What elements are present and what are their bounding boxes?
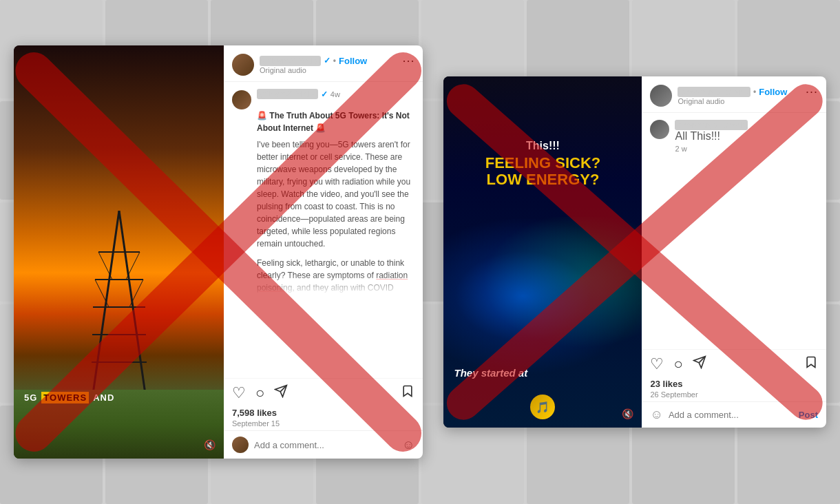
right-comment-text: All This!!! xyxy=(675,130,748,143)
left-post-body2: Feeling sick, lethargic, or unable to th… xyxy=(257,257,414,295)
right-post-stats: 23 likes 26 September xyxy=(642,379,826,401)
fs-low-energy: LOW ENERGY? xyxy=(485,171,600,188)
right-bookmark-button[interactable] xyxy=(804,355,818,373)
fs-bottom-text: They started at xyxy=(454,367,527,379)
right-comment-section: aswrqcrgaaawrls All This!!! 2 w xyxy=(642,113,826,160)
left-emoji-icon[interactable]: ☺ xyxy=(402,438,414,452)
right-emoji-icon[interactable]: ☺ xyxy=(650,408,662,422)
left-comment-row: rgfbsrcOfficial ✓ 4w xyxy=(224,82,423,109)
fs-title-block: This!!! FEELING SICK? LOW ENERGY? xyxy=(485,140,600,188)
right-post-details: aswrqcrgaaawrls • Follow Original audio … xyxy=(642,76,826,428)
fs-this-text: This!!! xyxy=(485,140,600,152)
left-likes-count: 7,598 likes xyxy=(232,408,414,418)
right-mute-icon[interactable]: 🔇 xyxy=(622,408,633,419)
left-post-title: 🚨 The Truth About 5G Towers: It's Not Ab… xyxy=(257,109,414,134)
left-post-header-info: rgfbsrcOfficial ✓ • Follow Original audi… xyxy=(260,56,397,74)
right-video-panel: This!!! FEELING SICK? LOW ENERGY? They s… xyxy=(443,76,642,428)
left-comment-input[interactable] xyxy=(254,440,397,450)
svg-line-7 xyxy=(98,252,112,280)
left-post-body1: I've been telling you—5G towers aren't f… xyxy=(257,138,414,250)
right-post-header: aswrqcrgaaawrls • Follow Original audio … xyxy=(642,76,826,113)
right-comment-content: aswrqcrgaaawrls All This!!! 2 w xyxy=(675,120,748,153)
right-post-avatar xyxy=(650,85,672,107)
svg-line-8 xyxy=(126,252,140,280)
caption-text-and: AND xyxy=(93,392,114,403)
right-post-username: aswrqcrgaaawrls xyxy=(678,87,750,97)
right-comment-avatar xyxy=(650,120,669,139)
fs-channel-avatar: 🎵 xyxy=(530,395,555,419)
video-caption: 5G TOWERS AND xyxy=(24,392,114,403)
right-likes-count: 23 likes xyxy=(650,379,818,389)
main-content: 5G TOWERS AND 🔇 rgfbsrcOfficial ✓ • Foll… xyxy=(0,0,840,504)
left-post-username: rgfbsrcOfficial xyxy=(260,56,321,66)
right-post-more-button[interactable]: ··· xyxy=(806,85,818,99)
right-add-comment-row: ☺ Post xyxy=(642,401,826,428)
left-post-date: September 15 xyxy=(232,419,414,428)
tower-svg xyxy=(78,211,160,403)
left-post-subtext: Original audio xyxy=(260,66,397,74)
left-post-details: rgfbsrcOfficial ✓ • Follow Original audi… xyxy=(224,45,423,459)
left-post-follow-button[interactable]: Follow xyxy=(339,56,367,66)
caption-text-5g: 5G xyxy=(24,392,37,403)
fs-map-overlay xyxy=(443,217,642,375)
left-post-more-button[interactable]: ··· xyxy=(402,54,414,68)
right-comment-input[interactable] xyxy=(669,410,793,420)
left-post-stats: 7,598 likes September 15 xyxy=(224,408,423,430)
right-dot: • xyxy=(753,87,756,96)
right-comment-time: 2 w xyxy=(675,145,748,153)
left-comment-username: rgfbsrcOfficial xyxy=(257,89,318,99)
left-commenter-avatar xyxy=(232,437,249,453)
left-post-verified-icon: ✓ xyxy=(324,56,330,65)
left-post-dot: • xyxy=(333,56,336,65)
left-comment-verified: ✓ xyxy=(321,90,328,99)
left-comment-avatar xyxy=(232,90,251,109)
right-post-button[interactable]: Post xyxy=(799,410,818,420)
right-post-subtext: Original audio xyxy=(678,97,800,105)
left-add-comment-row: ☺ xyxy=(224,430,423,459)
caption-highlight-towers: TOWERS xyxy=(41,392,89,403)
right-post-date: 26 September xyxy=(650,390,818,399)
left-post-avatar xyxy=(232,54,254,76)
mute-icon[interactable]: 🔇 xyxy=(204,439,216,450)
left-like-button[interactable]: ♡ xyxy=(232,384,246,402)
left-bookmark-button[interactable] xyxy=(401,384,414,402)
fs-feeling-sick: FEELING SICK? xyxy=(485,155,600,171)
right-like-button[interactable]: ♡ xyxy=(650,355,664,373)
left-comment-button[interactable]: ○ xyxy=(255,384,264,402)
right-action-bar: ♡ ○ xyxy=(642,349,826,379)
right-share-button[interactable] xyxy=(693,355,706,373)
left-comment-time: 4w xyxy=(330,90,340,98)
left-post-header: rgfbsrcOfficial ✓ • Follow Original audi… xyxy=(224,45,423,82)
right-post-header-info: aswrqcrgaaawrls • Follow Original audio xyxy=(678,87,800,105)
right-post-follow-button[interactable]: Follow xyxy=(759,87,787,97)
left-action-bar: ♡ ○ xyxy=(224,378,423,408)
left-share-button[interactable] xyxy=(274,384,288,402)
left-video-panel: 5G TOWERS AND 🔇 xyxy=(14,45,224,459)
right-comment-button[interactable]: ○ xyxy=(673,355,682,373)
right-post-card: This!!! FEELING SICK? LOW ENERGY? They s… xyxy=(443,76,826,428)
left-post-card: 5G TOWERS AND 🔇 rgfbsrcOfficial ✓ • Foll… xyxy=(14,45,423,459)
left-post-text: 🚨 The Truth About 5G Towers: It's Not Ab… xyxy=(224,109,423,295)
right-comment-username: aswrqcrgaaawrls xyxy=(675,120,748,130)
left-comment-content: rgfbsrcOfficial ✓ 4w xyxy=(257,89,414,99)
